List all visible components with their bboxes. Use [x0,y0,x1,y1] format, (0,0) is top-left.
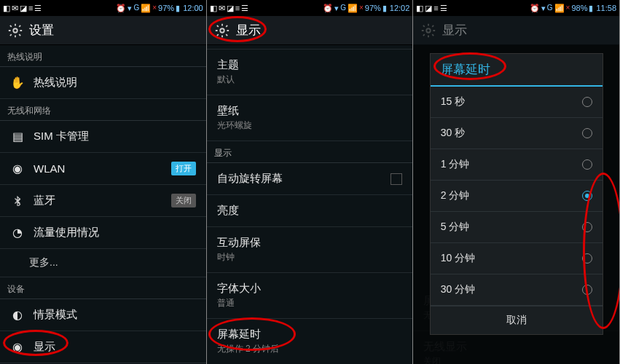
row-wlan[interactable]: ◉ WLAN 打开 [0,153,206,185]
row-label: 主题 [217,58,403,72]
svg-point-0 [13,28,17,33]
autorotate-checkbox[interactable] [391,173,402,185]
radio-icon [582,128,592,138]
dialog-option-2m[interactable]: 2 分钟 [431,181,603,212]
alarm-icon: ⏰ [116,4,126,12]
row-label: 热线说明 [34,76,77,90]
row-label: 显示 [34,340,55,354]
display-settings-bg: 屏幕延时 无操作 2 分钟后 无线显示 关闭 屏幕延时 15 秒 [413,45,619,364]
dialog-backdrop[interactable]: 屏幕延时 15 秒 30 秒 1 分钟 2 分钟 [413,45,619,364]
row-label: SIM 卡管理 [34,130,89,143]
row-autorotate[interactable]: 自动旋转屏幕 [207,163,413,195]
page-title: 显示 [442,22,467,39]
row-label: 情景模式 [34,308,77,322]
bt-toggle[interactable]: 关闭 [171,194,196,207]
sim-icon: ▤ [10,130,25,143]
row-label: 更多... [29,256,58,268]
clock: 12:02 [390,4,410,12]
svg-point-2 [427,28,431,33]
notif-icon: ≡ [28,4,33,12]
status-bar: ◧ ◪ ≡ ☰ ⏰ ▾ G 📶 × 98% ▮ 11:58 [413,0,619,16]
dialog-option-30s[interactable]: 30 秒 [431,118,603,149]
dialog-option-5m[interactable]: 5 分钟 [431,212,603,243]
status-right: ⏰ ▾ G 📶 × 97% ▮ 12:02 [323,4,409,12]
settings-list: 热线说明 ✋ 热线说明 无线和网络 ▤ SIM 卡管理 ◉ WLAN 打开 蓝牙… [0,45,206,364]
dialog-cancel-button[interactable]: 取消 [431,306,603,334]
row-bluetooth[interactable]: 蓝牙 关闭 [0,185,206,217]
notif-icon: ☰ [241,4,248,12]
hand-icon: ✋ [10,76,25,90]
row-sleep[interactable]: 屏幕延时 无操作 2 分钟后 [207,319,413,364]
clock: 11:58 [596,4,616,12]
status-right: ⏰ ▾ G 📶 × 98% ▮ 11:58 [530,4,616,12]
row-label: 自动旋转屏幕 [217,172,283,186]
app-header: 显示 [413,16,619,45]
network-g: G [340,4,346,12]
status-bar: ◧ ✉ ◪ ≡ ☰ ⏰ ▾ G 📶 × 97% ▮ 12:02 [207,0,413,16]
radio-icon [582,222,592,232]
notif-icon: ✉ [12,4,18,12]
option-label: 15 秒 [441,95,465,108]
row-sim[interactable]: ▤ SIM 卡管理 [0,121,206,153]
status-left: ◧ ✉ ◪ ≡ ☰ [210,4,248,12]
row-brightness[interactable]: 亮度 [207,195,413,227]
dialog-option-10m[interactable]: 10 分钟 [431,243,603,274]
row-theme[interactable]: 主题 默认 [207,50,413,95]
radio-icon-selected [582,191,592,201]
dialog-option-30m[interactable]: 30 分钟 [431,274,603,306]
row-label: WLAN [34,162,65,175]
settings-icon [214,23,230,39]
dialog-title-text: 屏幕延时 [441,63,490,76]
row-label: 蓝牙 [34,194,55,207]
notif-icon: ◧ [416,4,423,12]
dialog-option-15s[interactable]: 15 秒 [431,87,603,118]
signal-icon: 📶 [554,4,565,12]
radio-icon [582,285,592,295]
row-display[interactable]: ◉ 显示 [0,331,206,363]
dialog-title: 屏幕延时 [431,54,603,87]
signal-icon: 📶 [141,4,151,12]
screen-settings: ◧ ✉ ◪ ≡ ☰ ⏰ ▾ G 📶 × 97% ▮ 12:00 设置 热线说明 … [0,0,207,364]
row-daydream[interactable]: 互动屏保 时钟 [207,227,413,273]
status-right: ⏰ ▾ G 📶 × 97% ▮ 12:00 [116,4,203,12]
battery-icon: ▮ [176,4,180,12]
wlan-toggle[interactable]: 打开 [171,162,196,175]
row-sub: 时钟 [217,251,403,264]
dialog-option-1m[interactable]: 1 分钟 [431,149,603,181]
row-more[interactable]: 更多... [0,249,206,277]
row-label: 字体大小 [217,282,403,296]
wifi-icon: ▾ [334,4,339,12]
row-profiles[interactable]: ◐ 情景模式 [0,299,206,331]
row-wallpaper[interactable]: 壁纸 光环螺旋 [207,95,413,141]
profiles-icon: ◐ [10,308,25,322]
notif-icon: ☰ [440,4,447,12]
signal-x-icon: × [152,4,157,12]
display-icon: ◉ [10,340,25,354]
status-bar: ◧ ✉ ◪ ≡ ☰ ⏰ ▾ G 📶 × 97% ▮ 12:00 [0,0,206,16]
radio-icon [582,159,592,170]
notif-icon: ≡ [235,4,240,12]
display-settings-list: 主题 默认 壁纸 光环螺旋 显示 自动旋转屏幕 亮度 互动屏保 时钟 字体 [207,45,413,364]
screen-sleep-dialog: ◧ ◪ ≡ ☰ ⏰ ▾ G 📶 × 98% ▮ 11:58 显示 屏幕延时 无操… [413,0,620,364]
settings-icon [420,23,436,39]
row-fontsize[interactable]: 字体大小 普通 [207,273,413,319]
signal-icon: 📶 [348,4,358,12]
row-label: 壁纸 [217,104,403,118]
bluetooth-icon [10,196,25,206]
notif-icon: ◪ [227,4,234,12]
section-header-hotline: 热线说明 [0,45,206,67]
row-data-usage[interactable]: ◔ 流量使用情况 [0,217,206,249]
screen-display-settings: ◧ ✉ ◪ ≡ ☰ ⏰ ▾ G 📶 × 97% ▮ 12:02 显示 主题 默认 [207,0,414,364]
signal-x-icon: × [566,4,570,12]
battery-pct: 97% [158,4,174,12]
cancel-label: 取消 [506,314,527,325]
row-hotline[interactable]: ✋ 热线说明 [0,67,206,99]
status-left: ◧ ◪ ≡ ☰ [416,4,447,12]
battery-icon: ▮ [382,4,387,12]
sleep-dialog: 屏幕延时 15 秒 30 秒 1 分钟 2 分钟 [430,53,603,335]
option-label: 10 分钟 [441,252,475,265]
app-header: 设置 [0,16,206,45]
wifi-icon: ▾ [127,4,132,12]
option-label: 30 分钟 [441,283,475,296]
option-label: 5 分钟 [441,221,470,234]
